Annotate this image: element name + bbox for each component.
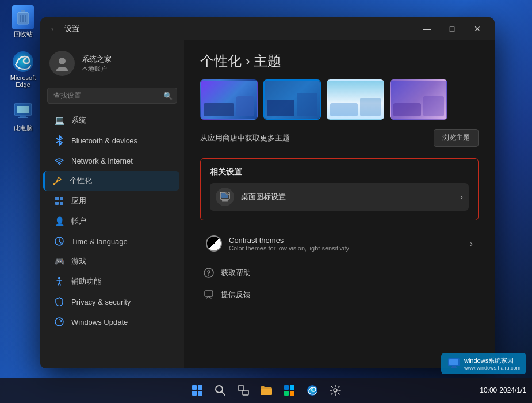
taskbar-search[interactable] bbox=[210, 380, 231, 401]
feedback-row[interactable]: 提供反馈 bbox=[200, 284, 479, 306]
accounts-icon: 👤 bbox=[54, 216, 64, 226]
svg-rect-42 bbox=[290, 391, 294, 396]
svg-rect-8 bbox=[17, 106, 29, 113]
get-help-row[interactable]: 获取帮助 bbox=[200, 262, 479, 284]
system-icon: 💻 bbox=[54, 115, 64, 126]
svg-rect-40 bbox=[290, 385, 294, 390]
recycle-bin-icon[interactable]: 回收站 bbox=[6, 6, 40, 39]
desktop-icon-img bbox=[216, 188, 234, 206]
sidebar-label-system: 系统 bbox=[71, 115, 86, 126]
close-button[interactable]: ✕ bbox=[465, 20, 490, 38]
get-help-label: 获取帮助 bbox=[221, 268, 251, 278]
sidebar-item-personalization[interactable]: 个性化 bbox=[43, 171, 179, 191]
svg-rect-15 bbox=[55, 197, 59, 200]
watermark-brand: windows系统家园 bbox=[464, 356, 520, 365]
svg-rect-41 bbox=[284, 391, 289, 396]
search-icon: 🔍 bbox=[163, 92, 173, 100]
sidebar-label-time: Time & language bbox=[71, 237, 128, 246]
file-explorer-button[interactable] bbox=[256, 380, 277, 401]
bluetooth-icon bbox=[54, 135, 64, 146]
svg-rect-9 bbox=[20, 115, 26, 117]
svg-rect-10 bbox=[18, 117, 28, 118]
gaming-icon: 🎮 bbox=[54, 256, 64, 267]
settings-window: ← 设置 — □ ✕ 系 bbox=[40, 17, 495, 368]
svg-rect-18 bbox=[60, 202, 63, 205]
theme-thumb-1[interactable] bbox=[200, 79, 258, 120]
sidebar-item-apps[interactable]: 应用 bbox=[45, 191, 179, 211]
edge-label: Microsoft Edge bbox=[6, 74, 40, 88]
sidebar-label-bluetooth: Bluetooth & devices bbox=[71, 136, 137, 145]
this-pc-label: 此电脑 bbox=[14, 124, 33, 132]
sidebar-item-privacy[interactable]: Privacy & security bbox=[45, 292, 179, 311]
svg-rect-32 bbox=[198, 385, 202, 390]
related-settings-section: 相关设置 bbox=[200, 158, 479, 220]
svg-rect-37 bbox=[243, 390, 248, 395]
sidebar-label-network: Network & internet bbox=[71, 157, 133, 165]
search-container: 🔍 bbox=[47, 88, 177, 104]
desktop-icon-label: 桌面图标设置 bbox=[241, 192, 286, 202]
minimize-button[interactable]: — bbox=[414, 20, 439, 38]
this-pc-icon[interactable]: 此电脑 bbox=[6, 100, 40, 132]
this-pc-img bbox=[12, 100, 35, 123]
maximize-button[interactable]: □ bbox=[439, 20, 465, 38]
svg-point-35 bbox=[216, 386, 223, 393]
svg-point-29 bbox=[208, 275, 209, 276]
sidebar-label-privacy: Privacy & security bbox=[71, 298, 131, 306]
window-controls: — □ ✕ bbox=[414, 17, 490, 40]
svg-point-14 bbox=[53, 183, 55, 185]
taskbar-time: 10:00 bbox=[480, 386, 497, 394]
sidebar-item-network[interactable]: Network & internet bbox=[45, 151, 179, 170]
taskbar-right: 10:00 2024/1/1 bbox=[480, 386, 526, 394]
svg-rect-25 bbox=[222, 200, 228, 202]
svg-point-12 bbox=[56, 67, 68, 71]
task-view-button[interactable] bbox=[233, 380, 254, 401]
window-title: 设置 bbox=[64, 24, 79, 34]
svg-rect-48 bbox=[451, 367, 457, 368]
help-icon bbox=[202, 267, 215, 279]
sidebar-label-accessibility: 辅助功能 bbox=[71, 276, 101, 287]
accessibility-icon bbox=[54, 276, 64, 287]
browse-themes-button[interactable]: 浏览主题 bbox=[434, 129, 479, 147]
start-button[interactable] bbox=[187, 380, 208, 401]
desktop-icon-settings-item[interactable]: 桌面图标设置 › bbox=[210, 183, 469, 211]
profile-name: 系统之家 bbox=[82, 54, 112, 64]
back-button[interactable]: ← bbox=[49, 24, 59, 34]
sidebar-item-accessibility[interactable]: 辅助功能 bbox=[45, 272, 179, 291]
desktop: 回收站 Microsoft Edge bbox=[0, 0, 532, 403]
watermark: windows系统家园 www.windows.hairu.com bbox=[441, 353, 526, 374]
store-button[interactable] bbox=[279, 380, 300, 401]
sidebar-item-time[interactable]: Time & language bbox=[45, 231, 179, 251]
settings-taskbar-button[interactable] bbox=[325, 380, 346, 401]
sidebar-label-accounts: 帐户 bbox=[71, 216, 86, 226]
edge-taskbar-button[interactable] bbox=[302, 380, 323, 401]
sidebar-item-system[interactable]: 💻 系统 bbox=[45, 111, 179, 130]
personalization-icon bbox=[52, 176, 63, 186]
search-input[interactable] bbox=[47, 88, 177, 104]
privacy-icon bbox=[54, 296, 64, 307]
sidebar-label-update: Windows Update bbox=[71, 318, 128, 326]
svg-rect-24 bbox=[223, 199, 227, 200]
theme-thumb-4[interactable] bbox=[390, 79, 447, 120]
contrast-themes-item[interactable]: Contrast themes Color themes for low vis… bbox=[200, 230, 479, 257]
sidebar-label-gaming: 游戏 bbox=[71, 256, 86, 267]
user-profile[interactable]: 系统之家 本地账户 bbox=[40, 45, 184, 85]
theme-thumb-3[interactable] bbox=[327, 79, 384, 120]
theme-thumb-2[interactable] bbox=[263, 79, 321, 120]
svg-point-20 bbox=[58, 277, 60, 280]
sidebar-item-bluetooth[interactable]: Bluetooth & devices bbox=[45, 131, 179, 150]
edge-desktop-icon[interactable]: Microsoft Edge bbox=[6, 50, 40, 88]
network-icon bbox=[54, 155, 64, 166]
svg-rect-33 bbox=[192, 391, 197, 396]
desktop-icon-chevron: › bbox=[460, 192, 463, 202]
content-area: 系统之家 本地账户 🔍 💻 系统 bbox=[40, 40, 495, 368]
profile-type: 本地账户 bbox=[82, 64, 112, 73]
update-icon bbox=[54, 317, 64, 327]
sidebar-item-update[interactable]: Windows Update bbox=[45, 312, 179, 332]
sidebar-item-accounts[interactable]: 👤 帐户 bbox=[45, 211, 179, 231]
title-bar: ← 设置 — □ ✕ bbox=[40, 17, 495, 40]
contrast-icon bbox=[206, 235, 222, 252]
sidebar-item-gaming[interactable]: 🎮 游戏 bbox=[45, 252, 179, 271]
svg-rect-46 bbox=[449, 359, 458, 365]
time-icon bbox=[54, 236, 64, 246]
svg-rect-36 bbox=[238, 386, 244, 390]
